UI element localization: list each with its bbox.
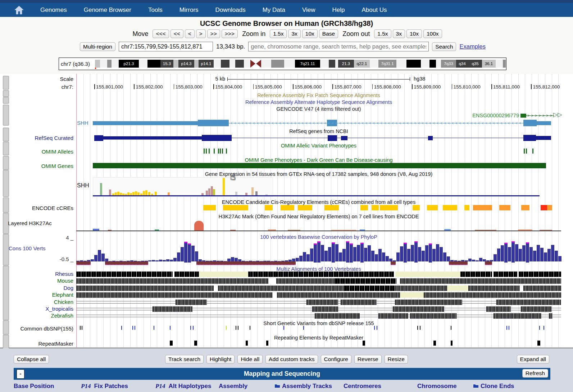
ideogram-band[interactable] xyxy=(229,60,235,68)
grab-handle[interactable] xyxy=(3,97,9,104)
dbsnp-tick[interactable] xyxy=(82,326,82,330)
gtex-bar[interactable] xyxy=(206,191,208,195)
nav-item-mirrors[interactable]: Mirrors xyxy=(179,6,199,14)
multiz-segment[interactable] xyxy=(549,313,552,319)
multiz-segment[interactable] xyxy=(486,306,511,312)
gtex-bar[interactable] xyxy=(145,190,147,195)
repeat-box[interactable] xyxy=(433,341,436,346)
multiz-segment[interactable] xyxy=(396,278,400,284)
gtex-bar[interactable] xyxy=(235,192,237,195)
omim-allele-tick[interactable] xyxy=(214,149,215,154)
ideogram-band[interactable] xyxy=(503,60,506,68)
ideogram-centromere[interactable] xyxy=(250,60,261,68)
nav-item-genomes[interactable]: Genomes xyxy=(40,6,67,14)
zoom-out-button[interactable]: 3x xyxy=(393,29,405,38)
repeat-box[interactable] xyxy=(363,341,365,346)
gtex-bar[interactable] xyxy=(143,191,145,195)
multiz-segment[interactable] xyxy=(410,313,457,319)
zoom-in-button[interactable]: 10x xyxy=(302,29,318,38)
track-label[interactable]: chr7: xyxy=(0,84,73,90)
ideogram-band[interactable] xyxy=(421,60,429,68)
ideogram-band[interactable] xyxy=(320,60,329,68)
track-label[interactable]: Common dbSNP(155) xyxy=(0,325,73,332)
track-label[interactable]: Layered H3K27Ac xyxy=(8,220,73,226)
multiz-segment[interactable] xyxy=(273,292,277,298)
ccre-box[interactable] xyxy=(380,205,398,210)
track-label[interactable]: Elephant xyxy=(0,292,73,298)
multi-region-button[interactable]: Multi-region xyxy=(80,42,115,51)
track-control-button-track-search[interactable]: Track search xyxy=(165,355,204,364)
multiz-segment[interactable] xyxy=(276,278,335,284)
nav-item-tools[interactable]: Tools xyxy=(148,6,163,14)
nav-item-my-data[interactable]: My Data xyxy=(263,6,285,14)
gtex-bar[interactable] xyxy=(100,183,102,195)
zoom-in-button[interactable]: 3x xyxy=(288,29,300,38)
nav-item-about-us[interactable]: About Us xyxy=(361,6,387,14)
multiz-segment[interactable] xyxy=(424,292,561,298)
multiz-segment[interactable] xyxy=(400,278,561,284)
multiz-segment[interactable] xyxy=(460,272,492,277)
multiz-segment[interactable] xyxy=(447,286,468,291)
nav-item-help[interactable]: Help xyxy=(332,6,345,14)
home-icon[interactable] xyxy=(14,5,24,15)
multiz-segment[interactable] xyxy=(494,313,541,319)
multiz-segment[interactable] xyxy=(248,272,394,277)
ideogram-band[interactable] xyxy=(221,60,229,68)
gtex-bar[interactable] xyxy=(117,192,119,195)
dbsnp-tick[interactable] xyxy=(303,326,304,330)
ideogram-band[interactable] xyxy=(370,60,378,68)
multiz-segment[interactable] xyxy=(341,300,377,305)
multiz-segment[interactable] xyxy=(519,272,561,277)
footer-link-chromosome[interactable]: Chromosome xyxy=(417,383,457,390)
omim-allele-tick[interactable] xyxy=(532,149,533,154)
omim-allele-tick[interactable] xyxy=(209,149,210,154)
ideogram-band[interactable] xyxy=(173,60,178,68)
ccre-box[interactable] xyxy=(265,205,273,210)
ideogram-band[interactable] xyxy=(100,60,107,68)
ideogram-band[interactable]: 36.1 xyxy=(482,60,496,68)
gtex-bar[interactable] xyxy=(120,193,122,195)
dbsnp-tick[interactable] xyxy=(80,326,81,330)
repeat-box[interactable] xyxy=(537,341,540,346)
dbsnp-tick[interactable] xyxy=(135,326,135,330)
ideogram-band[interactable]: q22.1 xyxy=(354,60,370,68)
track-label[interactable]: 4 _ xyxy=(0,234,73,241)
move-button[interactable]: >> xyxy=(207,29,220,38)
dbsnp-tick[interactable] xyxy=(132,326,133,330)
ideogram-band[interactable] xyxy=(436,60,441,68)
chromosome-ideogram[interactable]: chr7 (q36.3) p21.315.3p14.3p14.17q21.112… xyxy=(59,58,506,70)
omim-allele-tick[interactable] xyxy=(526,149,527,154)
gtex-bar[interactable] xyxy=(109,190,111,195)
dbsnp-tick[interactable] xyxy=(193,326,194,330)
multiz-segment[interactable] xyxy=(199,272,248,277)
ideogram-band[interactable] xyxy=(261,60,271,68)
track-label[interactable]: Mouse xyxy=(0,278,73,284)
track-control-button-hide-all[interactable]: Hide all xyxy=(237,355,263,364)
dbsnp-tick[interactable] xyxy=(509,326,509,330)
ccre-box[interactable] xyxy=(324,205,339,210)
multiz-segment[interactable] xyxy=(268,278,276,284)
ideogram-band[interactable] xyxy=(139,60,147,68)
dbsnp-tick[interactable] xyxy=(250,326,250,330)
multiz-segment[interactable] xyxy=(306,300,338,305)
position-input[interactable] xyxy=(119,42,213,51)
footer-link-clone-ends[interactable]: Clone Ends xyxy=(473,383,514,390)
ideogram-band[interactable]: 7q33 xyxy=(441,60,456,68)
omim-allele-tick[interactable] xyxy=(220,149,221,154)
gencode-exon[interactable] xyxy=(198,120,229,126)
search-button[interactable]: Search xyxy=(432,42,456,51)
gtex-bar[interactable] xyxy=(135,191,137,195)
ccre-box[interactable] xyxy=(223,205,248,210)
refseq-exon[interactable] xyxy=(94,135,103,141)
move-button[interactable]: < xyxy=(185,29,195,38)
multiz-segment[interactable] xyxy=(395,300,462,305)
multiz-segment[interactable] xyxy=(174,272,199,277)
track-control-button-highlight[interactable]: Highlight xyxy=(206,355,235,364)
multiz-segment[interactable] xyxy=(520,286,523,291)
zoom-out-button[interactable]: 100x xyxy=(423,29,442,38)
ideogram-band[interactable] xyxy=(396,60,406,68)
ccre-box[interactable] xyxy=(372,205,379,210)
track-label[interactable]: X_tropicalis xyxy=(0,306,73,312)
multiz-segment[interactable] xyxy=(277,292,400,298)
footer-link-alt-haplotypes[interactable]: P14Alt Haplotypes xyxy=(155,383,211,390)
